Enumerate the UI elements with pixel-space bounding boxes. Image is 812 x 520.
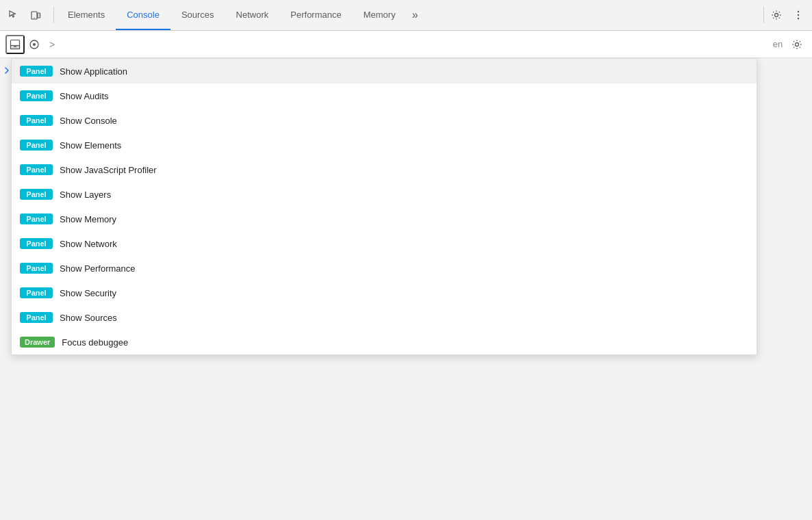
tab-sources[interactable]: Sources bbox=[170, 0, 225, 30]
main-toolbar: Elements Console Sources Network Perform… bbox=[0, 0, 812, 31]
console-drawer-toggle-button[interactable] bbox=[5, 35, 25, 54]
svg-point-2 bbox=[34, 18, 34, 18]
badge-panel: Panel bbox=[20, 287, 53, 298]
autocomplete-item-show-sources[interactable]: PanelShow Sources bbox=[12, 305, 757, 330]
svg-point-6 bbox=[798, 18, 799, 19]
svg-rect-1 bbox=[38, 13, 40, 18]
tab-console[interactable]: Console bbox=[116, 0, 170, 30]
tab-performance[interactable]: Performance bbox=[279, 0, 352, 30]
autocomplete-label: Show JavaScript Profiler bbox=[60, 165, 157, 175]
autocomplete-label: Show Application bbox=[60, 66, 127, 77]
autocomplete-item-show-security[interactable]: PanelShow Security bbox=[12, 281, 757, 305]
badge-panel: Panel bbox=[20, 263, 53, 274]
console-gear-icon[interactable] bbox=[787, 35, 807, 54]
autocomplete-item-show-network[interactable]: PanelShow Network bbox=[12, 231, 757, 256]
autocomplete-dropdown: PanelShow ApplicationPanelShow AuditsPan… bbox=[11, 58, 757, 355]
autocomplete-label: Show Network bbox=[60, 239, 117, 249]
autocomplete-label: Show Security bbox=[60, 288, 116, 298]
console-input[interactable] bbox=[59, 39, 763, 49]
toolbar-divider bbox=[53, 7, 54, 23]
console-input-area[interactable]: > bbox=[44, 39, 768, 50]
sidebar-expand-arrow[interactable] bbox=[0, 58, 11, 520]
badge-panel: Panel bbox=[20, 164, 53, 175]
console-toolbar: > en bbox=[0, 31, 812, 58]
badge-panel: Panel bbox=[20, 213, 53, 224]
console-prompt: > bbox=[49, 39, 55, 50]
svg-point-3 bbox=[775, 14, 778, 17]
tabs-container: Elements Console Sources Network Perform… bbox=[57, 0, 761, 30]
autocomplete-item-show-memory[interactable]: PanelShow Memory bbox=[12, 207, 757, 231]
autocomplete-item-show-audits[interactable]: PanelShow Audits bbox=[12, 83, 757, 108]
more-tabs-button[interactable]: » bbox=[407, 9, 424, 21]
autocomplete-item-show-application[interactable]: PanelShow Application bbox=[12, 59, 757, 83]
svg-point-12 bbox=[796, 42, 799, 46]
badge-drawer: Drawer bbox=[20, 337, 55, 348]
autocomplete-label: Focus debuggee bbox=[62, 337, 128, 348]
badge-panel: Panel bbox=[20, 140, 53, 151]
main-content-area: PanelShow ApplicationPanelShow AuditsPan… bbox=[0, 58, 812, 520]
toolbar-right-divider bbox=[763, 7, 764, 23]
badge-panel: Panel bbox=[20, 115, 53, 126]
console-settings-icon[interactable]: en bbox=[768, 35, 787, 54]
tab-elements[interactable]: Elements bbox=[57, 0, 116, 30]
autocomplete-item-show-javascript-profiler[interactable]: PanelShow JavaScript Profiler bbox=[12, 157, 757, 182]
badge-panel: Panel bbox=[20, 189, 53, 200]
inspect-element-button[interactable] bbox=[4, 5, 23, 25]
settings-gear-icon[interactable] bbox=[767, 5, 786, 25]
autocomplete-label: Show Layers bbox=[60, 190, 111, 200]
filter-icon[interactable] bbox=[25, 35, 44, 54]
svg-point-4 bbox=[798, 11, 799, 12]
badge-panel: Panel bbox=[20, 312, 53, 323]
autocomplete-label: Show Console bbox=[60, 116, 117, 126]
autocomplete-label: Show Elements bbox=[60, 140, 121, 151]
autocomplete-label: Show Performance bbox=[60, 263, 136, 274]
tab-memory[interactable]: Memory bbox=[353, 0, 407, 30]
toolbar-right-icons bbox=[767, 5, 808, 25]
autocomplete-label: Show Memory bbox=[60, 214, 116, 224]
autocomplete-item-show-performance[interactable]: PanelShow Performance bbox=[12, 256, 757, 281]
svg-point-11 bbox=[33, 43, 36, 46]
badge-panel: Panel bbox=[20, 238, 53, 249]
autocomplete-label: Show Audits bbox=[60, 91, 109, 101]
devtools-window: Elements Console Sources Network Perform… bbox=[0, 0, 812, 520]
svg-point-5 bbox=[798, 14, 799, 16]
badge-panel: Panel bbox=[20, 90, 53, 101]
autocomplete-item-show-console[interactable]: PanelShow Console bbox=[12, 108, 757, 133]
kebab-menu-icon[interactable] bbox=[789, 5, 808, 25]
autocomplete-item-show-layers[interactable]: PanelShow Layers bbox=[12, 182, 757, 207]
autocomplete-item-show-elements[interactable]: PanelShow Elements bbox=[12, 133, 757, 157]
autocomplete-label: Show Sources bbox=[60, 313, 117, 323]
toggle-device-toolbar-button[interactable] bbox=[26, 5, 45, 25]
toolbar-left-icons bbox=[4, 5, 51, 25]
autocomplete-item-focus-debuggee[interactable]: DrawerFocus debuggee bbox=[12, 330, 757, 354]
tab-network[interactable]: Network bbox=[225, 0, 280, 30]
badge-panel: Panel bbox=[20, 66, 53, 77]
